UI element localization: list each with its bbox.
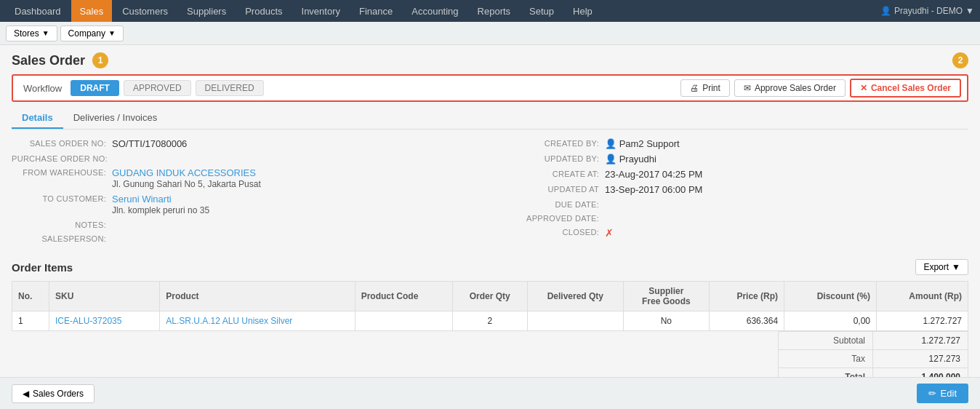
from-warehouse-link[interactable]: GUDANG INDUK ACCESSORIES	[112, 167, 475, 178]
workflow-bar: Workflow DRAFT APPROVED DELIVERED 🖨 Prin…	[12, 74, 968, 102]
from-warehouse-label: FROM WAREHOUSE:	[12, 167, 106, 177]
print-button[interactable]: 🖨 Print	[680, 79, 730, 97]
nav-accounting[interactable]: Accounting	[403, 0, 467, 22]
cancel-icon: ✕	[860, 83, 867, 93]
to-customer-label: TO CUSTOMER:	[12, 194, 106, 203]
nav-finance[interactable]: Finance	[350, 0, 401, 22]
purchase-order-no-label: PURCHASE ORDER NO:	[12, 154, 108, 163]
user-icon-created: 👤	[605, 138, 616, 149]
back-icon: ◀	[23, 389, 29, 399]
due-date-row: DUE DATE:	[505, 199, 968, 209]
purchase-order-no-row: PURCHASE ORDER NO:	[12, 154, 475, 163]
subtotal-row: Subtotal 1.272.727	[778, 331, 968, 349]
form-right: CREATED BY: 👤 Pam2 Support UPDATED BY: 👤…	[505, 138, 968, 247]
nav-reports[interactable]: Reports	[469, 0, 520, 22]
col-amount: Amount (Rp)	[877, 282, 968, 311]
from-warehouse-row: FROM WAREHOUSE: GUDANG INDUK ACCESSORIES…	[12, 167, 475, 189]
to-customer-row: TO CUSTOMER: Seruni Winarti Jln. komplek…	[12, 194, 475, 215]
nav-setup[interactable]: Setup	[521, 0, 563, 22]
user-icon-updated: 👤	[605, 154, 616, 164]
workflow-step-delivered[interactable]: DELIVERED	[196, 80, 264, 96]
create-at-label: CREATE AT:	[505, 169, 599, 178]
sku-link[interactable]: ICE-ALU-372035	[55, 316, 121, 326]
updated-at-label: UPDATED AT	[505, 184, 599, 194]
nav-products[interactable]: Products	[236, 0, 291, 22]
nav-customers[interactable]: Customers	[113, 0, 177, 22]
updated-at-row: UPDATED AT 13-Sep-2017 06:00 PM	[505, 184, 968, 195]
col-product-code: Product Code	[355, 282, 452, 311]
to-customer-link[interactable]: Seruni Winarti	[112, 194, 475, 204]
export-label: Export	[923, 262, 949, 272]
updated-at-value: 13-Sep-2017 06:00 PM	[605, 184, 968, 195]
row-order-qty: 2	[453, 311, 528, 331]
approve-label: Approve Sales Order	[755, 83, 836, 93]
created-by-label: CREATED BY:	[505, 138, 599, 148]
nav-inventory[interactable]: Inventory	[293, 0, 349, 22]
nav-dashboard[interactable]: Dashboard	[6, 0, 70, 22]
salesperson-row: SALESPERSON:	[12, 234, 475, 243]
row-sku: ICE-ALU-372035	[49, 311, 160, 331]
approved-date-label: APPROVED DATE:	[505, 213, 599, 223]
stores-label: Stores	[14, 28, 39, 39]
tax-value: 127.273	[873, 350, 968, 368]
col-order-qty: Order Qty	[453, 282, 528, 311]
edit-button[interactable]: ✏ Edit	[917, 384, 968, 403]
col-product: Product	[160, 282, 355, 311]
col-supplier-free-goods: SupplierFree Goods	[624, 282, 710, 311]
tab-deliveries-invoices[interactable]: Deliveries / Invoices	[63, 108, 168, 129]
form-section: SALES ORDER NO: SO/TTI/17080006 PURCHASE…	[12, 138, 968, 247]
tax-label: Tax	[779, 350, 873, 368]
tab-bar: Details Deliveries / Invoices	[12, 108, 968, 130]
user-icon: 👤	[880, 6, 891, 16]
row-amount: 1.272.727	[877, 311, 968, 331]
sales-order-no-row: SALES ORDER NO: SO/TTI/17080006	[12, 138, 475, 149]
approve-button[interactable]: ✉ Approve Sales Order	[734, 79, 846, 97]
row-supplier-free-goods: No	[624, 311, 710, 331]
workflow-steps: Workflow DRAFT APPROVED DELIVERED	[19, 80, 264, 96]
workflow-step-approved[interactable]: APPROVED	[124, 80, 191, 96]
order-items-title: Order Items	[12, 261, 73, 274]
export-button[interactable]: Export ▼	[915, 259, 968, 275]
user-dropdown-icon: ▼	[965, 6, 974, 16]
company-label: Company	[68, 28, 105, 39]
create-at-row: CREATE AT: 23-Aug-2017 04:25 PM	[505, 169, 968, 180]
tax-row: Tax 127.273	[778, 349, 968, 368]
product-link[interactable]: AL.SR.U.A.12 ALU Unisex Silver	[166, 316, 292, 326]
from-warehouse-address: Jl. Gunung Sahari No 5, Jakarta Pusat	[112, 179, 475, 189]
col-sku: SKU	[49, 282, 160, 311]
form-left: SALES ORDER NO: SO/TTI/17080006 PURCHASE…	[12, 138, 475, 247]
edit-icon: ✏	[928, 388, 936, 399]
company-dropdown[interactable]: Company ▼	[60, 25, 124, 41]
approve-icon: ✉	[744, 83, 751, 93]
workflow-step-draft[interactable]: DRAFT	[71, 80, 119, 96]
page-title: Sales Order	[12, 53, 85, 68]
print-icon: 🖨	[690, 83, 699, 93]
col-discount: Discount (%)	[784, 282, 877, 311]
create-at-value: 23-Aug-2017 04:25 PM	[605, 169, 968, 180]
top-navigation: Dashboard Sales Customers Suppliers Prod…	[0, 0, 980, 22]
nav-sales[interactable]: Sales	[71, 0, 113, 22]
cancel-label: Cancel Sales Order	[871, 83, 951, 93]
tab-details[interactable]: Details	[12, 108, 63, 129]
to-customer-address: Jln. komplek peruri no 35	[112, 205, 475, 215]
user-menu[interactable]: 👤 Prayudhi - DEMO ▼	[880, 6, 974, 16]
row-delivered-qty	[527, 311, 624, 331]
created-by-row: CREATED BY: 👤 Pam2 Support	[505, 138, 968, 149]
cancel-button[interactable]: ✕ Cancel Sales Order	[850, 79, 961, 98]
nav-suppliers[interactable]: Suppliers	[178, 0, 235, 22]
stores-dropdown-icon: ▼	[42, 29, 49, 37]
stores-dropdown[interactable]: Stores ▼	[6, 25, 57, 41]
back-button[interactable]: ◀ Sales Orders	[12, 384, 95, 403]
col-no: No.	[12, 282, 49, 311]
approved-date-row: APPROVED DATE:	[505, 213, 968, 223]
sales-order-no-label: SALES ORDER NO:	[12, 138, 106, 148]
edit-label: Edit	[941, 388, 957, 399]
closed-row: CLOSED: ✗	[505, 227, 968, 239]
nav-help[interactable]: Help	[564, 0, 601, 22]
row-no: 1	[12, 311, 49, 331]
page-content: Sales Order 1 2 Workflow DRAFT APPROVED …	[0, 45, 980, 409]
subtotal-label: Subtotal	[779, 332, 873, 349]
user-label: Prayudhi - DEMO	[894, 6, 963, 16]
subtotal-value: 1.272.727	[873, 332, 968, 349]
row-product-code	[355, 311, 452, 331]
